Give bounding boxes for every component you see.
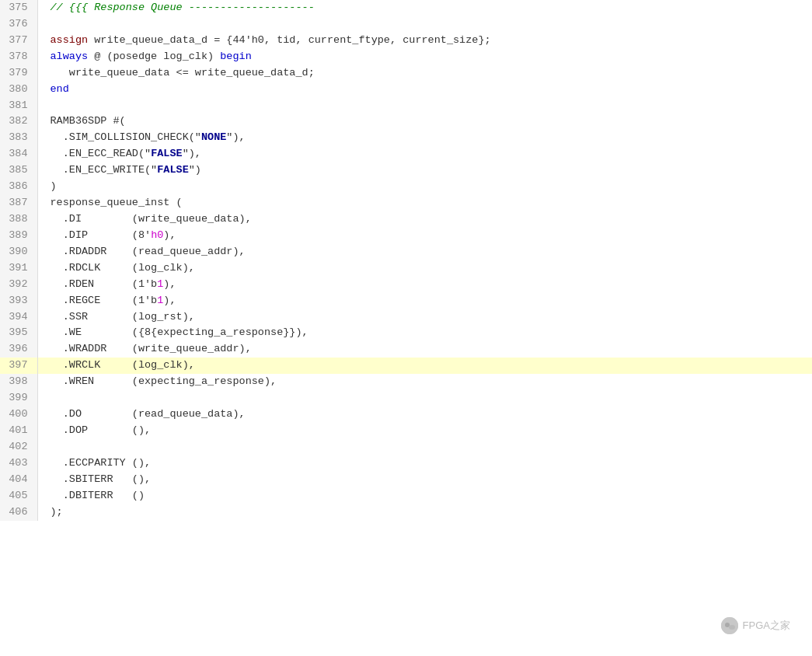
line-number: 378 (0, 49, 37, 65)
line-code: .DBITERR () (37, 488, 812, 504)
table-row: 401 .DOP (), (0, 423, 812, 439)
line-code (37, 16, 812, 33)
table-row: 390 .RDADDR (read_queue_addr), (0, 244, 812, 260)
line-number: 388 (0, 211, 37, 228)
line-code: .REGCE (1'b1), (37, 293, 812, 309)
line-code: RAMB36SDP #( (37, 113, 812, 130)
line-code: ); (37, 504, 812, 521)
table-row: 384 .EN_ECC_READ("FALSE"), (0, 146, 812, 162)
table-row: 375// {{{ Response Queue ---------------… (0, 0, 812, 16)
code-table: 375// {{{ Response Queue ---------------… (0, 0, 812, 521)
line-number: 393 (0, 293, 37, 309)
line-code: ) (37, 179, 812, 195)
table-row: 406); (0, 504, 812, 521)
svg-point-0 (721, 617, 738, 634)
line-number: 383 (0, 130, 37, 146)
table-row: 395 .WE ({8{expecting_a_response}}), (0, 325, 812, 341)
table-row: 388 .DI (write_queue_data), (0, 211, 812, 228)
line-number: 398 (0, 374, 37, 390)
line-code: .SIM_COLLISION_CHECK("NONE"), (37, 130, 812, 146)
table-row: 380end (0, 82, 812, 98)
table-row: 402 (0, 439, 812, 455)
line-number: 390 (0, 244, 37, 260)
line-code: .SSR (log_rst), (37, 309, 812, 326)
line-number: 399 (0, 390, 37, 407)
line-number: 379 (0, 65, 37, 82)
line-number: 403 (0, 455, 37, 472)
line-code: .EN_ECC_READ("FALSE"), (37, 146, 812, 162)
table-row: 377assign write_queue_data_d = {44'h0, t… (0, 33, 812, 49)
line-number: 376 (0, 16, 37, 33)
line-number: 404 (0, 472, 37, 488)
line-number: 405 (0, 488, 37, 504)
code-container: 375// {{{ Response Queue ---------------… (0, 0, 812, 656)
table-row: 399 (0, 390, 812, 407)
table-row: 391 .RDCLK (log_clk), (0, 260, 812, 277)
table-row: 379 write_queue_data <= write_queue_data… (0, 65, 812, 82)
line-code: .SBITERR (), (37, 472, 812, 488)
table-row: 387response_queue_inst ( (0, 195, 812, 211)
line-number: 381 (0, 98, 37, 114)
table-row: 396 .WRADDR (write_queue_addr), (0, 341, 812, 358)
line-code: // {{{ Response Queue ------------------… (37, 0, 812, 16)
line-code: .DO (read_queue_data), (37, 407, 812, 423)
line-code (37, 98, 812, 114)
table-row: 400 .DO (read_queue_data), (0, 407, 812, 423)
line-code: always @ (posedge log_clk) begin (37, 49, 812, 65)
line-number: 380 (0, 82, 37, 98)
line-code: .DIP (8'h0), (37, 228, 812, 244)
line-number: 394 (0, 309, 37, 326)
line-number: 396 (0, 341, 37, 358)
line-number: 377 (0, 33, 37, 49)
line-code: .DI (write_queue_data), (37, 211, 812, 228)
line-number: 397 (0, 358, 37, 374)
line-code: write_queue_data <= write_queue_data_d; (37, 65, 812, 82)
table-row: 383 .SIM_COLLISION_CHECK("NONE"), (0, 130, 812, 146)
line-number: 406 (0, 504, 37, 521)
table-row: 405 .DBITERR () (0, 488, 812, 504)
line-code: end (37, 82, 812, 98)
table-row: 392 .RDEN (1'b1), (0, 277, 812, 293)
line-number: 395 (0, 325, 37, 341)
table-row: 394 .SSR (log_rst), (0, 309, 812, 326)
line-code (37, 439, 812, 455)
line-number: 392 (0, 277, 37, 293)
table-row: 381 (0, 98, 812, 114)
line-number: 382 (0, 113, 37, 130)
table-row: 389 .DIP (8'h0), (0, 228, 812, 244)
watermark: FPGA之家 (721, 617, 790, 634)
table-row: 385 .EN_ECC_WRITE("FALSE") (0, 162, 812, 179)
table-row: 378always @ (posedge log_clk) begin (0, 49, 812, 65)
table-row: 376 (0, 16, 812, 33)
line-code: .EN_ECC_WRITE("FALSE") (37, 162, 812, 179)
table-row: 404 .SBITERR (), (0, 472, 812, 488)
line-number: 386 (0, 179, 37, 195)
table-row: 398 .WREN (expecting_a_response), (0, 374, 812, 390)
line-code: response_queue_inst ( (37, 195, 812, 211)
line-number: 385 (0, 162, 37, 179)
line-code: .RDCLK (log_clk), (37, 260, 812, 277)
line-number: 401 (0, 423, 37, 439)
line-code (37, 390, 812, 407)
line-code: .DOP (), (37, 423, 812, 439)
line-number: 402 (0, 439, 37, 455)
line-code: .RDEN (1'b1), (37, 277, 812, 293)
svg-point-1 (725, 623, 730, 627)
line-number: 389 (0, 228, 37, 244)
line-number: 400 (0, 407, 37, 423)
line-number: 384 (0, 146, 37, 162)
line-number: 387 (0, 195, 37, 211)
table-row: 386) (0, 179, 812, 195)
line-code: .WREN (expecting_a_response), (37, 374, 812, 390)
line-code: .WRADDR (write_queue_addr), (37, 341, 812, 358)
table-row: 382RAMB36SDP #( (0, 113, 812, 130)
line-number: 391 (0, 260, 37, 277)
svg-point-2 (729, 625, 735, 630)
line-code: .WRCLK (log_clk), (37, 358, 812, 374)
table-row: 403 .ECCPARITY (), (0, 455, 812, 472)
watermark-icon (721, 617, 738, 634)
line-code: .ECCPARITY (), (37, 455, 812, 472)
line-code: .RDADDR (read_queue_addr), (37, 244, 812, 260)
line-number: 375 (0, 0, 37, 16)
table-row: 393 .REGCE (1'b1), (0, 293, 812, 309)
